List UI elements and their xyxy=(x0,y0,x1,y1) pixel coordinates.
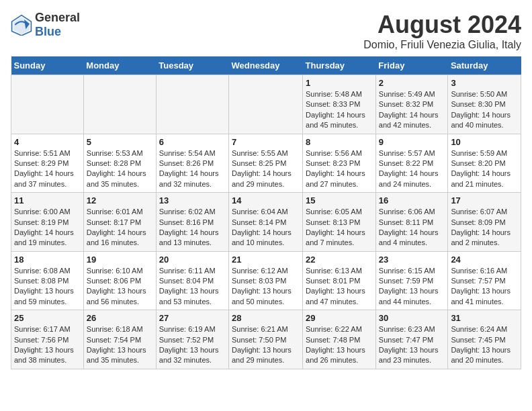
calendar-cell: 15Sunrise: 6:05 AM Sunset: 8:13 PM Dayli… xyxy=(303,193,376,252)
calendar-cell: 14Sunrise: 6:04 AM Sunset: 8:14 PM Dayli… xyxy=(229,193,303,252)
day-header-friday: Friday xyxy=(375,56,448,75)
calendar-cell: 24Sunrise: 6:16 AM Sunset: 7:57 PM Dayli… xyxy=(448,251,521,310)
calendar-cell: 11Sunrise: 6:00 AM Sunset: 8:19 PM Dayli… xyxy=(11,193,84,252)
day-number: 10 xyxy=(451,137,518,147)
calendar-cell: 19Sunrise: 6:10 AM Sunset: 8:06 PM Dayli… xyxy=(83,251,156,310)
day-detail: Sunrise: 6:24 AM Sunset: 7:45 PM Dayligh… xyxy=(451,324,518,366)
calendar-cell xyxy=(156,75,228,134)
calendar-cell xyxy=(11,75,84,134)
logo-general: General xyxy=(35,11,80,24)
day-detail: Sunrise: 6:02 AM Sunset: 8:16 PM Dayligh… xyxy=(159,207,226,248)
day-detail: Sunrise: 6:21 AM Sunset: 7:50 PM Dayligh… xyxy=(232,324,300,366)
day-detail: Sunrise: 5:59 AM Sunset: 8:20 PM Dayligh… xyxy=(451,148,518,190)
calendar-cell: 6Sunrise: 5:54 AM Sunset: 8:26 PM Daylig… xyxy=(156,134,228,193)
day-header-monday: Monday xyxy=(83,56,156,75)
calendar-cell: 30Sunrise: 6:23 AM Sunset: 7:47 PM Dayli… xyxy=(375,310,448,369)
day-number: 3 xyxy=(451,78,518,88)
day-detail: Sunrise: 6:19 AM Sunset: 7:52 PM Dayligh… xyxy=(159,324,226,366)
day-detail: Sunrise: 5:48 AM Sunset: 8:33 PM Dayligh… xyxy=(306,89,373,131)
calendar-cell: 31Sunrise: 6:24 AM Sunset: 7:45 PM Dayli… xyxy=(448,310,521,369)
day-detail: Sunrise: 5:50 AM Sunset: 8:30 PM Dayligh… xyxy=(451,89,518,131)
logo-blue: Blue xyxy=(35,25,61,38)
calendar-cell xyxy=(229,75,303,134)
header-row: SundayMondayTuesdayWednesdayThursdayFrid… xyxy=(11,56,521,75)
calendar-cell: 2Sunrise: 5:49 AM Sunset: 8:32 PM Daylig… xyxy=(375,75,448,134)
day-number: 20 xyxy=(159,255,226,265)
subtitle: Domio, Friuli Venezia Giulia, Italy xyxy=(363,39,521,51)
calendar-cell: 16Sunrise: 6:06 AM Sunset: 8:11 PM Dayli… xyxy=(375,193,448,252)
day-number: 29 xyxy=(306,313,373,323)
calendar-cell: 25Sunrise: 6:17 AM Sunset: 7:56 PM Dayli… xyxy=(11,310,84,369)
calendar-cell xyxy=(83,75,156,134)
day-number: 4 xyxy=(14,137,81,147)
day-number: 12 xyxy=(87,195,153,205)
calendar-cell: 4Sunrise: 5:51 AM Sunset: 8:29 PM Daylig… xyxy=(11,134,84,193)
calendar-cell: 5Sunrise: 5:53 AM Sunset: 8:28 PM Daylig… xyxy=(83,134,156,193)
day-detail: Sunrise: 6:08 AM Sunset: 8:08 PM Dayligh… xyxy=(14,266,81,308)
day-header-saturday: Saturday xyxy=(448,56,521,75)
day-number: 28 xyxy=(232,313,300,323)
day-number: 8 xyxy=(306,137,373,147)
day-number: 18 xyxy=(14,255,81,265)
day-number: 6 xyxy=(159,137,226,147)
day-header-wednesday: Wednesday xyxy=(229,56,303,75)
day-detail: Sunrise: 6:23 AM Sunset: 7:47 PM Dayligh… xyxy=(379,324,445,366)
day-detail: Sunrise: 5:56 AM Sunset: 8:23 PM Dayligh… xyxy=(306,148,373,190)
day-number: 14 xyxy=(232,195,300,205)
day-number: 30 xyxy=(379,313,445,323)
day-detail: Sunrise: 6:13 AM Sunset: 8:01 PM Dayligh… xyxy=(306,266,373,308)
calendar-cell: 29Sunrise: 6:22 AM Sunset: 7:48 PM Dayli… xyxy=(303,310,376,369)
logo-text: General Blue xyxy=(35,11,80,39)
day-detail: Sunrise: 6:18 AM Sunset: 7:54 PM Dayligh… xyxy=(87,324,153,366)
calendar-cell: 10Sunrise: 5:59 AM Sunset: 8:20 PM Dayli… xyxy=(448,134,521,193)
week-row-3: 11Sunrise: 6:00 AM Sunset: 8:19 PM Dayli… xyxy=(11,193,521,252)
calendar-cell: 3Sunrise: 5:50 AM Sunset: 8:30 PM Daylig… xyxy=(448,75,521,134)
day-number: 31 xyxy=(451,313,518,323)
calendar-table: SundayMondayTuesdayWednesdayThursdayFrid… xyxy=(11,56,521,369)
day-number: 19 xyxy=(87,255,153,265)
day-number: 13 xyxy=(159,195,226,205)
day-number: 1 xyxy=(306,78,373,88)
logo: General Blue xyxy=(11,11,80,39)
calendar-cell: 23Sunrise: 6:15 AM Sunset: 7:59 PM Dayli… xyxy=(375,251,448,310)
week-row-2: 4Sunrise: 5:51 AM Sunset: 8:29 PM Daylig… xyxy=(11,134,521,193)
calendar-cell: 20Sunrise: 6:11 AM Sunset: 8:04 PM Dayli… xyxy=(156,251,228,310)
calendar-cell: 28Sunrise: 6:21 AM Sunset: 7:50 PM Dayli… xyxy=(229,310,303,369)
day-detail: Sunrise: 6:15 AM Sunset: 7:59 PM Dayligh… xyxy=(379,266,445,308)
calendar-cell: 27Sunrise: 6:19 AM Sunset: 7:52 PM Dayli… xyxy=(156,310,228,369)
day-detail: Sunrise: 6:17 AM Sunset: 7:56 PM Dayligh… xyxy=(14,324,81,366)
day-number: 16 xyxy=(379,195,445,205)
day-number: 23 xyxy=(379,255,445,265)
day-detail: Sunrise: 6:01 AM Sunset: 8:17 PM Dayligh… xyxy=(87,207,153,248)
calendar-cell: 18Sunrise: 6:08 AM Sunset: 8:08 PM Dayli… xyxy=(11,251,84,310)
day-header-tuesday: Tuesday xyxy=(156,56,228,75)
day-header-thursday: Thursday xyxy=(303,56,376,75)
day-detail: Sunrise: 5:53 AM Sunset: 8:28 PM Dayligh… xyxy=(87,148,153,190)
day-number: 25 xyxy=(14,313,81,323)
day-number: 15 xyxy=(306,195,373,205)
title-section: August 2024 Domio, Friuli Venezia Giulia… xyxy=(363,11,521,51)
day-header-sunday: Sunday xyxy=(11,56,84,75)
day-number: 11 xyxy=(14,195,81,205)
logo-icon xyxy=(11,14,32,36)
day-detail: Sunrise: 6:12 AM Sunset: 8:03 PM Dayligh… xyxy=(232,266,300,308)
day-number: 9 xyxy=(379,137,445,147)
calendar-cell: 9Sunrise: 5:57 AM Sunset: 8:22 PM Daylig… xyxy=(375,134,448,193)
day-detail: Sunrise: 6:06 AM Sunset: 8:11 PM Dayligh… xyxy=(379,207,445,248)
calendar-cell: 21Sunrise: 6:12 AM Sunset: 8:03 PM Dayli… xyxy=(229,251,303,310)
day-number: 2 xyxy=(379,78,445,88)
main-title: August 2024 xyxy=(363,11,521,39)
day-number: 22 xyxy=(306,255,373,265)
week-row-1: 1Sunrise: 5:48 AM Sunset: 8:33 PM Daylig… xyxy=(11,75,521,134)
day-number: 26 xyxy=(87,313,153,323)
day-detail: Sunrise: 5:49 AM Sunset: 8:32 PM Dayligh… xyxy=(379,89,445,131)
day-number: 7 xyxy=(232,137,300,147)
calendar-cell: 1Sunrise: 5:48 AM Sunset: 8:33 PM Daylig… xyxy=(303,75,376,134)
calendar-cell: 13Sunrise: 6:02 AM Sunset: 8:16 PM Dayli… xyxy=(156,193,228,252)
calendar-cell: 17Sunrise: 6:07 AM Sunset: 8:09 PM Dayli… xyxy=(448,193,521,252)
calendar-cell: 8Sunrise: 5:56 AM Sunset: 8:23 PM Daylig… xyxy=(303,134,376,193)
day-detail: Sunrise: 6:00 AM Sunset: 8:19 PM Dayligh… xyxy=(14,207,81,248)
calendar-cell: 12Sunrise: 6:01 AM Sunset: 8:17 PM Dayli… xyxy=(83,193,156,252)
day-detail: Sunrise: 6:22 AM Sunset: 7:48 PM Dayligh… xyxy=(306,324,373,366)
week-row-5: 25Sunrise: 6:17 AM Sunset: 7:56 PM Dayli… xyxy=(11,310,521,369)
